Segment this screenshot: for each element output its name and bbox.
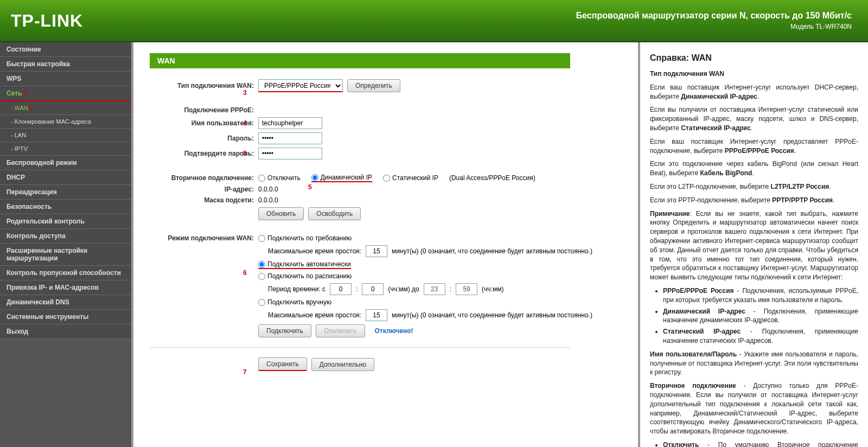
schedule-from-hh[interactable] <box>330 283 352 295</box>
username-input[interactable] <box>258 117 322 129</box>
wan-type-label: Тип подключения WAN: <box>150 82 258 90</box>
schedule-to-mm[interactable] <box>456 283 477 295</box>
sec-disable-radio[interactable]: Отключить <box>258 174 301 182</box>
sidebar-item-9[interactable]: DHCP <box>0 170 131 185</box>
confirm-password-input[interactable] <box>258 148 322 159</box>
sidebar-item-18[interactable]: Системные инструменты <box>0 310 131 324</box>
manual-radio[interactable]: Подключить вручную <box>258 298 331 306</box>
mask-value: 0.0.0.0 <box>258 196 278 204</box>
max-idle-label: Максимальное время простоя: <box>268 247 361 255</box>
sidebar-item-15[interactable]: Контроль пропускной способности <box>0 266 131 280</box>
mask-label: Маска подсети: <box>150 196 258 204</box>
conn-mode-label: Режим подключения WAN: <box>150 234 258 242</box>
schedule-from-mm[interactable] <box>362 283 384 295</box>
auto-radio[interactable]: Подключить автоматически <box>258 260 351 269</box>
save-button[interactable]: Сохранить <box>258 357 307 371</box>
release-button[interactable]: Освободить <box>308 207 361 220</box>
ip-value: 0.0.0.0 <box>258 186 278 193</box>
sidebar-item-14[interactable]: Расширенные настройки маршрутизации <box>0 244 131 266</box>
schedule-radio[interactable]: Подключить по расписанию <box>258 272 352 280</box>
sidebar-item-1[interactable]: Быстрая настройка <box>0 57 131 72</box>
sidebar-item-3[interactable]: Сеть 1 <box>0 86 131 101</box>
sidebar-item-4[interactable]: - WAN 2 <box>0 101 131 115</box>
sidebar-item-17[interactable]: Динамический DNS <box>0 295 131 310</box>
sidebar-item-11[interactable]: Безопасность <box>0 200 131 214</box>
demand-radio[interactable]: Подключить по требованию <box>258 234 352 242</box>
disconnect-button[interactable]: Отключить <box>316 324 365 337</box>
annotation-7: 7 <box>243 368 247 376</box>
sidebar-item-5[interactable]: - Клонирование MAC-адреса <box>0 115 131 129</box>
connect-button[interactable]: Подключить <box>258 324 311 337</box>
sidebar-item-8[interactable]: Беспроводной режим <box>0 156 131 170</box>
main-content: WAN Тип подключения WAN: PPPoE/PPPoE Рос… <box>133 42 640 447</box>
sidebar-item-19[interactable]: Выход <box>0 324 131 339</box>
sidebar-annotation-1: 1 <box>22 90 27 97</box>
schedule-to-hh[interactable] <box>424 283 445 295</box>
max-idle-input-2[interactable] <box>366 309 387 321</box>
period-mid: (чч:мм) до <box>388 285 419 293</box>
sidebar-item-16[interactable]: Привязка IP- и MAC-адресов <box>0 280 131 295</box>
sidebar-item-7[interactable]: - IPTV <box>0 142 131 156</box>
password-label: Пароль: <box>150 135 258 142</box>
help-panel: Справка: WAN Тип подключения WAN Если ва… <box>640 42 868 447</box>
header-title: Беспроводной маршрутизатор серии N, скор… <box>576 11 852 21</box>
advanced-button[interactable]: Дополнительно <box>311 358 374 371</box>
sidebar-annotation-2: 2 <box>28 105 33 111</box>
username-label: Имя пользователя: <box>150 119 258 127</box>
max-idle-input-1[interactable] <box>366 245 387 257</box>
sidebar-item-0[interactable]: Состояние <box>0 42 131 57</box>
period-label: Период времени: с <box>268 285 326 293</box>
logo: TP-LINK <box>11 11 83 31</box>
sec-dynamic-radio[interactable]: Динамический IP <box>311 174 372 182</box>
sec-hint: (Dual Access/PPPoE Россия) <box>449 174 535 182</box>
password-input[interactable] <box>258 132 322 144</box>
page-title: WAN <box>150 53 570 68</box>
sidebar-item-12[interactable]: Родительский контроль <box>0 214 131 229</box>
header-bar: TP-LINK Беспроводной маршрутизатор серии… <box>0 0 868 42</box>
pppoe-section-label: Подключение PPPoE: <box>150 106 258 114</box>
confirm-password-label: Подтвердите пароль: <box>150 150 258 157</box>
separator <box>150 347 570 348</box>
connection-status: Отключено! <box>375 327 413 335</box>
sidebar: СостояниеБыстрая настройкаWPSСеть 1- WAN… <box>0 42 133 447</box>
sidebar-item-13[interactable]: Контроль доступа <box>0 229 131 244</box>
wan-type-select[interactable]: PPPoE/PPPoE Россия <box>258 79 343 92</box>
minutes-hint-1: минут(ы) (0 означает, что соединение буд… <box>392 247 592 255</box>
header-model: Модель TL-WR740N <box>576 23 852 30</box>
help-type-heading: Тип подключения WAN <box>650 70 724 78</box>
sidebar-item-10[interactable]: Переадресация <box>0 185 131 200</box>
sidebar-item-6[interactable]: - LAN <box>0 129 131 142</box>
header-right: Беспроводной маршрутизатор серии N, скор… <box>576 11 852 30</box>
sec-static-radio[interactable]: Статический IP <box>383 174 438 182</box>
secondary-conn-label: Вторичное подключение: <box>150 174 258 182</box>
period-end: (чч:мм) <box>482 285 503 293</box>
ip-label: IP-адрес: <box>150 186 258 193</box>
detect-button[interactable]: Определить <box>347 79 400 92</box>
minutes-hint-2: минут(ы) (0 означает, что соединение буд… <box>392 311 592 319</box>
max-idle-label-2: Максимальное время простоя: <box>268 311 361 319</box>
sidebar-item-2[interactable]: WPS <box>0 72 131 86</box>
help-title: Справка: WAN <box>650 53 858 63</box>
renew-button[interactable]: Обновить <box>258 207 304 220</box>
